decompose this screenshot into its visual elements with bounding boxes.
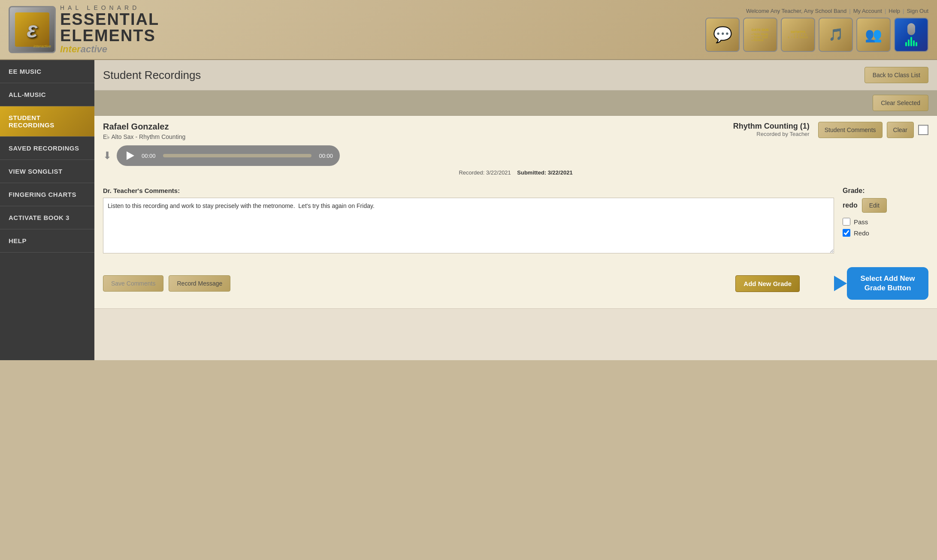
sidebar-item-fingering-charts[interactable]: FINGERING CHARTS bbox=[0, 183, 94, 206]
mic-bars bbox=[905, 37, 917, 46]
page-title: Student Recordings bbox=[103, 69, 201, 82]
clear-selected-button[interactable]: Clear Selected bbox=[873, 95, 928, 111]
time-end: 00:00 bbox=[316, 153, 333, 159]
download-icon[interactable]: ⬇ bbox=[103, 150, 112, 162]
clear-button[interactable]: Clear bbox=[887, 122, 914, 138]
recording-card: Rafael Gonzalez E♭ Alto Sax - Rhythm Cou… bbox=[94, 116, 937, 309]
header-top-bar: Welcome Any Teacher, Any School Band | M… bbox=[746, 8, 928, 14]
student-instrument: E♭ Alto Sax - Rhythm Counting bbox=[103, 133, 456, 140]
sign-out-link[interactable]: Sign Out bbox=[907, 8, 928, 14]
recording-title: Rhythm Counting (1) bbox=[456, 122, 809, 131]
sep2: | bbox=[885, 8, 886, 14]
grade-value-row: redo Edit bbox=[843, 198, 928, 213]
spacer-row bbox=[94, 309, 937, 317]
mic-bar-4 bbox=[913, 40, 915, 46]
recorded-dates: Recorded: 3/22/2021 Submitted: 3/22/2021 bbox=[94, 169, 937, 180]
redo-checkbox-row: Redo bbox=[843, 229, 928, 237]
toolbar: Clear Selected bbox=[94, 90, 937, 116]
redo-checkbox[interactable] bbox=[843, 229, 850, 237]
back-to-class-list-button[interactable]: Back to Class List bbox=[864, 67, 928, 83]
submitted-date: Submitted: 3/22/2021 bbox=[517, 169, 572, 176]
sep3: | bbox=[903, 8, 904, 14]
calendar-header: SMTWTFS bbox=[791, 30, 806, 33]
mic-bar-2 bbox=[908, 39, 910, 46]
comments-textarea[interactable] bbox=[103, 198, 834, 253]
mic-bar-5 bbox=[916, 42, 917, 46]
sidebar-item-student-recordings[interactable]: STUDENT RECORDINGS bbox=[0, 106, 94, 137]
chat-icon: 💬 bbox=[713, 26, 732, 44]
sidebar-item-activate-book3[interactable]: ACTIVATE BOOK 3 bbox=[0, 206, 94, 229]
header-right: Welcome Any Teacher, Any School Band | M… bbox=[705, 8, 928, 52]
add-grade-area: Add New Grade Select Add New Grade Butto… bbox=[735, 267, 928, 300]
brand-essential: ESSENTIAL bbox=[60, 11, 159, 27]
redo-label: Redo bbox=[854, 229, 869, 237]
brand-active: active bbox=[81, 44, 107, 54]
date-due-icon-btn[interactable]: DATE DUE • Note Study • Scale Quiz • Rev… bbox=[743, 18, 777, 52]
calendar-icon-btn[interactable]: SMTWTFS 12345 6789101112 bbox=[781, 18, 815, 52]
time-start: 00:00 bbox=[142, 153, 159, 159]
sidebar-item-all-music[interactable]: ALL-MUSIC bbox=[0, 83, 94, 106]
logo-box: ε interactive bbox=[9, 6, 56, 53]
grade-value: redo bbox=[843, 202, 858, 209]
audio-icon-btn[interactable] bbox=[894, 18, 928, 52]
recording-checkbox[interactable] bbox=[918, 125, 928, 135]
recorded-by: Recorded by Teacher bbox=[456, 131, 809, 137]
pass-label: Pass bbox=[854, 218, 868, 226]
chat-icon-btn[interactable]: 💬 bbox=[705, 18, 740, 52]
sidebar: EE MUSIC ALL-MUSIC STUDENT RECORDINGS SA… bbox=[0, 60, 94, 360]
audio-player: 00:00 00:00 bbox=[117, 145, 340, 166]
add-new-grade-button[interactable]: Add New Grade bbox=[735, 275, 800, 292]
people-icon: 👥 bbox=[865, 27, 882, 43]
grade-label: Grade: bbox=[843, 187, 928, 195]
callout-arrow-container: Select Add New Grade Button bbox=[834, 267, 928, 300]
brand-elements: ELEMENTS bbox=[60, 27, 159, 44]
callout-bubble: Select Add New Grade Button bbox=[847, 267, 928, 300]
comments-label: Dr. Teacher's Comments: bbox=[103, 187, 834, 194]
mic-bar-3 bbox=[910, 37, 912, 46]
date-due-title: DATE DUE bbox=[752, 28, 769, 32]
logo-interactive-label: interactive bbox=[33, 44, 51, 48]
date-due-review: • Review bbox=[752, 39, 769, 42]
student-info: Rafael Gonzalez E♭ Alto Sax - Rhythm Cou… bbox=[103, 122, 456, 140]
pass-checkbox[interactable] bbox=[843, 218, 850, 226]
play-triangle-icon bbox=[127, 151, 134, 160]
play-button[interactable] bbox=[124, 149, 137, 163]
welcome-text: Welcome Any Teacher, Any School Band bbox=[746, 8, 846, 14]
progress-bar[interactable] bbox=[163, 154, 311, 157]
record-message-button[interactable]: Record Message bbox=[169, 275, 230, 292]
my-account-link[interactable]: My Account bbox=[853, 8, 882, 14]
help-link[interactable]: Help bbox=[889, 8, 900, 14]
date-due-note-study: • Note Study bbox=[752, 33, 769, 36]
sep1: | bbox=[849, 8, 850, 14]
recorded-date: Recorded: 3/22/2021 bbox=[459, 169, 511, 176]
date-due-box: DATE DUE • Note Study • Scale Quiz • Rev… bbox=[750, 26, 771, 43]
people-icon-btn[interactable]: 👥 bbox=[856, 18, 891, 52]
mic-bar-1 bbox=[905, 42, 907, 46]
logo-area: ε interactive HAL LEONARD ESSENTIAL ELEM… bbox=[9, 4, 159, 55]
logo-e-letter: ε bbox=[27, 17, 38, 42]
brand-interactive: Interactive bbox=[60, 44, 159, 55]
main-layout: EE MUSIC ALL-MUSIC STUDENT RECORDINGS SA… bbox=[0, 60, 937, 360]
date-due-scale-quiz: • Scale Quiz bbox=[752, 36, 769, 39]
save-comments-button[interactable]: Save Comments bbox=[103, 275, 163, 292]
edit-grade-button[interactable]: Edit bbox=[862, 198, 887, 213]
brand-text: HAL LEONARD ESSENTIAL ELEMENTS Interacti… bbox=[60, 4, 159, 55]
film-icon-btn[interactable]: 🎵 bbox=[819, 18, 853, 52]
action-buttons-row: Save Comments Record Message Add New Gra… bbox=[94, 262, 937, 308]
music-note-icon: 🎵 bbox=[828, 27, 843, 42]
sidebar-item-ee-music[interactable]: EE MUSIC bbox=[0, 60, 94, 83]
recording-title-area: Rhythm Counting (1) Recorded by Teacher bbox=[456, 122, 809, 137]
sidebar-item-help[interactable]: HELP bbox=[0, 229, 94, 253]
sidebar-item-saved-recordings[interactable]: SAVED RECORDINGS bbox=[0, 137, 94, 160]
student-name: Rafael Gonzalez bbox=[103, 122, 456, 132]
page-header: Student Recordings Back to Class List bbox=[94, 60, 937, 90]
sidebar-item-view-songlist[interactable]: VIEW SONGLIST bbox=[0, 160, 94, 183]
recording-actions: Student Comments Clear bbox=[818, 122, 928, 138]
student-comments-button[interactable]: Student Comments bbox=[818, 122, 883, 138]
pass-checkbox-row: Pass bbox=[843, 218, 928, 226]
content-area: Student Recordings Back to Class List Cl… bbox=[94, 60, 937, 360]
mic-body bbox=[907, 23, 915, 35]
audio-row: ⬇ 00:00 00:00 bbox=[94, 144, 937, 169]
calendar-grid: 12345 6789101112 bbox=[788, 33, 808, 39]
recording-header: Rafael Gonzalez E♭ Alto Sax - Rhythm Cou… bbox=[94, 116, 937, 144]
